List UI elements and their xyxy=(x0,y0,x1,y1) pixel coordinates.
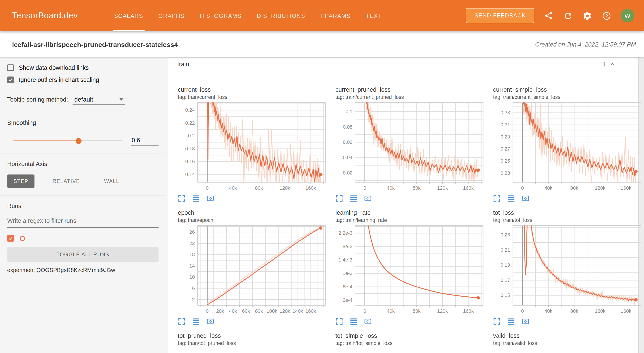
line-chart[interactable]: 040k80k120k160k0.140.160.180.20.220.24 xyxy=(178,101,328,193)
tab-text[interactable]: TEXT xyxy=(358,0,390,31)
ignore-outliers-checkbox[interactable]: Ignore outliers in chart scaling xyxy=(7,76,158,83)
svg-text:140k: 140k xyxy=(292,308,304,314)
tab-graphs[interactable]: GRAPHS xyxy=(151,0,192,31)
fullscreen-icon[interactable] xyxy=(336,318,343,325)
axis-option-step[interactable]: STEP xyxy=(7,174,35,188)
checkbox-unchecked-icon[interactable] xyxy=(7,64,14,71)
run-color-ring-icon[interactable] xyxy=(20,236,25,241)
tab-histograms[interactable]: HISTOGRAMS xyxy=(192,0,249,31)
settings-gear-icon[interactable] xyxy=(582,11,592,20)
svg-text:0.02: 0.02 xyxy=(343,170,352,176)
runs-list-icon[interactable] xyxy=(508,318,515,325)
svg-text:0.16: 0.16 xyxy=(185,159,195,164)
tab-scalars[interactable]: SCALARS xyxy=(106,0,151,31)
fit-domain-icon[interactable] xyxy=(522,195,529,202)
svg-text:80k: 80k xyxy=(255,308,263,314)
fullscreen-icon[interactable] xyxy=(493,318,501,325)
runs-filter-input[interactable] xyxy=(7,217,158,228)
tab-hparams[interactable]: HPARAMS xyxy=(313,0,358,31)
svg-text:0.23: 0.23 xyxy=(500,232,510,238)
axis-option-wall[interactable]: WALL xyxy=(98,174,126,188)
chart-card-tot_loss: tot_losstag: train/tot_loss040k80k120k16… xyxy=(493,209,644,325)
tooltip-sorting-label: Tooltip sorting method: xyxy=(7,96,68,103)
header-actions: SEND FEEDBACK ? W xyxy=(466,8,644,23)
tooltip-sorting-dropdown[interactable]: default xyxy=(72,95,126,105)
svg-text:80k: 80k xyxy=(570,308,578,314)
last-point-dot xyxy=(634,298,638,302)
help-icon[interactable]: ? xyxy=(602,11,611,20)
svg-text:0: 0 xyxy=(521,185,524,191)
runs-list-icon[interactable] xyxy=(350,318,358,325)
runs-list-icon[interactable] xyxy=(192,318,200,325)
fit-domain-icon[interactable] xyxy=(206,195,214,202)
smoothing-value-input[interactable] xyxy=(131,136,158,146)
nav-tabs: SCALARSGRAPHSHISTOGRAMSDISTRIBUTIONSHPAR… xyxy=(106,0,390,31)
runs-list-icon[interactable] xyxy=(508,195,515,202)
svg-text:0: 0 xyxy=(521,308,524,314)
svg-text:0: 0 xyxy=(206,308,208,314)
svg-text:80k: 80k xyxy=(255,185,263,191)
svg-text:160k: 160k xyxy=(463,185,474,191)
line-chart[interactable]: 040k80k120k160k0.150.170.190.210.23 xyxy=(493,224,644,316)
checkbox-checked-icon[interactable] xyxy=(7,76,14,83)
divider xyxy=(0,112,166,112)
svg-text:1e-3: 1e-3 xyxy=(342,271,352,276)
slider-knob[interactable] xyxy=(76,138,82,144)
checkbox-label: Ignore outliers in chart scaling xyxy=(19,76,99,83)
tab-distributions[interactable]: DISTRIBUTIONS xyxy=(249,0,312,31)
raw-series xyxy=(524,224,636,305)
show-download-links-checkbox[interactable]: Show data download links xyxy=(7,64,158,71)
svg-text:22: 22 xyxy=(190,241,195,246)
fullscreen-icon[interactable] xyxy=(178,195,186,202)
runs-label: Runs xyxy=(7,203,158,209)
charts-grid: current_losstag: train/current_loss040k8… xyxy=(168,71,638,346)
line-chart[interactable]: 040k80k120k160k0.020.040.060.080.1 xyxy=(336,101,486,193)
line-chart[interactable]: 040k80k120k160k2.2e-31.8e-31.4e-31e-36e-… xyxy=(336,224,486,316)
svg-text:0.31: 0.31 xyxy=(500,122,510,127)
chart-tag: tag: train/tot_pruned_loss xyxy=(178,341,328,346)
chart-title: tot_loss xyxy=(493,209,644,216)
experiment-title-bar: icefall-asr-librispeech-pruned-transduce… xyxy=(0,31,644,57)
line-chart[interactable]: 040k80k120k160k0.230.250.270.290.310.33 xyxy=(493,101,644,193)
settings-sidebar: Show data download links Ignore outliers… xyxy=(0,57,166,353)
chart-actions xyxy=(336,318,486,325)
send-feedback-button[interactable]: SEND FEEDBACK xyxy=(466,8,534,23)
svg-text:0: 0 xyxy=(206,185,208,191)
fit-domain-icon[interactable] xyxy=(206,318,214,325)
avatar[interactable]: W xyxy=(621,9,634,22)
fullscreen-icon[interactable] xyxy=(178,318,186,325)
chart-tag: tag: train/epoch xyxy=(178,217,328,223)
fullscreen-icon[interactable] xyxy=(493,195,501,202)
svg-text:26: 26 xyxy=(190,229,195,235)
fit-domain-icon[interactable] xyxy=(522,318,529,325)
line-chart[interactable]: 020k40k60k80k100k120k140k160k26101418222… xyxy=(178,224,328,316)
svg-text:160k: 160k xyxy=(621,185,632,191)
svg-text:6: 6 xyxy=(192,286,195,291)
chart-card-current_pruned_loss: current_pruned_losstag: train/current_pr… xyxy=(336,86,486,202)
fit-domain-icon[interactable] xyxy=(364,318,372,325)
chevron-up-icon[interactable] xyxy=(608,61,616,68)
raw-series xyxy=(207,228,321,304)
scalars-panel: train 11 current_losstag: train/current_… xyxy=(168,57,638,353)
smoothing-slider[interactable] xyxy=(14,140,122,141)
run-checkbox-checked-icon[interactable] xyxy=(7,235,14,242)
svg-text:40k: 40k xyxy=(387,185,395,191)
toggle-all-runs-button[interactable]: TOGGLE ALL RUNS xyxy=(7,247,158,262)
share-icon[interactable] xyxy=(544,11,554,20)
runs-list-icon[interactable] xyxy=(350,195,358,202)
run-name: . xyxy=(30,235,32,242)
svg-text:1.8e-3: 1.8e-3 xyxy=(338,244,352,249)
last-point-dot xyxy=(634,170,638,173)
fit-domain-icon[interactable] xyxy=(364,195,372,202)
svg-text:0.04: 0.04 xyxy=(343,155,352,160)
train-section-header[interactable]: train 11 xyxy=(168,58,638,71)
chart-title: current_loss xyxy=(178,86,328,93)
chart-actions xyxy=(178,195,328,202)
runs-list-icon[interactable] xyxy=(192,195,200,202)
axis-option-relative[interactable]: RELATIVE xyxy=(46,174,86,188)
experiment-title: icefall-asr-librispeech-pruned-transduce… xyxy=(12,40,178,48)
refresh-icon[interactable] xyxy=(563,11,573,20)
fullscreen-icon[interactable] xyxy=(336,195,343,202)
svg-text:0.14: 0.14 xyxy=(185,172,195,177)
svg-text:120k: 120k xyxy=(280,185,290,191)
